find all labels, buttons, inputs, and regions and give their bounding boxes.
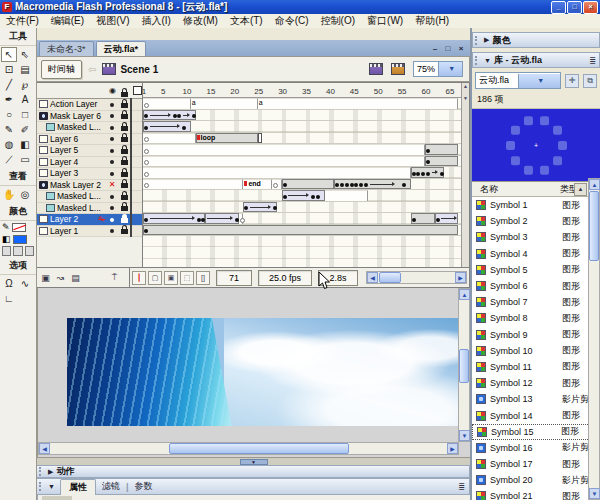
doc-restore-button[interactable]: □ xyxy=(443,44,453,53)
snap-magnet-option[interactable]: Ω xyxy=(1,276,17,291)
scroll-right-arrow-icon[interactable]: ▶ xyxy=(455,272,466,283)
chevron-down-icon[interactable]: ▼ xyxy=(484,57,491,64)
frame-span[interactable] xyxy=(325,190,368,201)
layer-row-mask-layer-6[interactable]: Mask Layer 6 xyxy=(37,111,142,123)
scrollbar-thumb[interactable] xyxy=(459,349,469,383)
pencil-tool[interactable]: ✎ xyxy=(1,122,17,137)
menu-item-4[interactable]: 修改(M) xyxy=(177,14,224,28)
menu-item-3[interactable]: 插入(I) xyxy=(135,14,176,28)
layer-outline-toggle[interactable] xyxy=(130,111,142,121)
layer-lock-toggle[interactable] xyxy=(118,214,130,224)
menu-item-5[interactable]: 文本(T) xyxy=(224,14,269,28)
smooth-option[interactable]: ∿ xyxy=(17,276,33,291)
frame-span[interactable] xyxy=(282,179,335,190)
properties-panel-header[interactable]: ▼ 属性 滤镜 | 参数 ≣ xyxy=(37,478,470,495)
layer-outline-toggle[interactable] xyxy=(130,134,142,144)
chevron-right-icon[interactable]: ▶ xyxy=(484,36,489,44)
library-item-symbol-10[interactable]: Symbol 10图形 xyxy=(472,343,590,359)
modify-onion-markers-button[interactable]: [] xyxy=(196,271,210,285)
selection-tool[interactable]: ↖ xyxy=(1,47,17,62)
library-panel-header[interactable]: ▼ 库 - 云动.fla ≣ xyxy=(472,52,600,68)
fill-color-swatch[interactable] xyxy=(13,235,27,244)
library-item-symbol-2[interactable]: Symbol 2图形 xyxy=(472,213,590,229)
chevron-right-icon[interactable]: ▶ xyxy=(48,468,53,476)
layer-row-masked-l-[interactable]: Masked L... xyxy=(37,203,142,215)
hand-tool[interactable]: ✋ xyxy=(1,187,17,202)
frame-span[interactable] xyxy=(143,133,196,144)
library-item-symbol-6[interactable]: Symbol 6图形 xyxy=(472,278,590,294)
show-hide-column-icon[interactable]: ◉ xyxy=(109,86,116,95)
layer-visibility-toggle[interactable]: ✕ xyxy=(106,180,118,189)
layer-visibility-toggle[interactable] xyxy=(106,111,118,120)
text-tool[interactable]: A xyxy=(17,92,33,107)
menu-item-6[interactable]: 命令(C) xyxy=(269,14,315,28)
insert-layer-button[interactable]: ▣ xyxy=(39,271,52,284)
layer-visibility-toggle[interactable] xyxy=(106,157,118,166)
timeline-toggle-button[interactable]: 时间轴 xyxy=(41,60,82,79)
edit-scene-icon[interactable] xyxy=(369,63,383,75)
chevron-down-icon[interactable]: ▼ xyxy=(48,483,55,490)
menu-item-9[interactable]: 帮助(H) xyxy=(409,14,455,28)
delete-layer-trash-button[interactable]: ⍑ xyxy=(108,271,121,284)
library-item-symbol-8[interactable]: Symbol 8图形 xyxy=(472,310,590,326)
actions-panel-header[interactable]: ▶ 动作 xyxy=(37,465,470,478)
swap-colors-button[interactable] xyxy=(25,246,34,256)
scroll-down-arrow-icon[interactable]: ▼ xyxy=(459,430,470,441)
library-item-symbol-20[interactable]: Symbol 20影片剪辑 xyxy=(472,472,590,488)
tab-filters[interactable]: 滤镜 xyxy=(96,480,126,493)
frame-span[interactable] xyxy=(143,179,243,190)
doc-minimize-button[interactable]: – xyxy=(430,44,440,53)
onion-skin-outlines-button[interactable]: ▣ xyxy=(164,271,178,285)
stroke-color-swatch[interactable] xyxy=(12,223,26,232)
line-tool[interactable]: ╱ xyxy=(1,77,17,92)
center-frame-button[interactable]: ┃ xyxy=(132,271,146,285)
layer-outline-toggle[interactable] xyxy=(130,191,142,201)
menu-item-8[interactable]: 窗口(W) xyxy=(361,14,409,28)
frame-span[interactable] xyxy=(263,133,459,144)
frame-span[interactable] xyxy=(411,179,459,190)
no-color-button[interactable] xyxy=(13,246,22,256)
black-white-button[interactable] xyxy=(2,246,11,256)
tab-yundong-fla[interactable]: 云动.fla* xyxy=(96,41,147,56)
scroll-down-arrow-icon[interactable]: ▼ xyxy=(589,488,600,499)
layer-outline-toggle[interactable] xyxy=(130,122,142,132)
paint-bucket-tool[interactable]: ◧ xyxy=(17,137,33,152)
library-item-symbol-9[interactable]: Symbol 9图形 xyxy=(472,327,590,343)
rectangle-tool[interactable]: □ xyxy=(17,107,33,122)
layer-row-action-layer[interactable]: Action Layer xyxy=(37,99,142,111)
stage-vertical-scrollbar[interactable]: ▲ ▼ xyxy=(458,288,470,442)
panel-menu-icon[interactable]: ≣ xyxy=(458,482,465,491)
frame-span[interactable] xyxy=(277,202,459,213)
eraser-tool[interactable]: ▭ xyxy=(17,152,33,167)
timeline-ruler[interactable]: 15101520253035404550556065 xyxy=(143,83,462,98)
layer-lock-toggle[interactable] xyxy=(118,191,130,201)
outline-column-icon[interactable] xyxy=(133,86,142,95)
ink-bottle-tool[interactable]: ◍ xyxy=(1,137,17,152)
subselection-tool[interactable]: ⇖ xyxy=(17,47,33,62)
new-library-panel-icon[interactable]: ⧉ xyxy=(583,74,597,88)
restore-button[interactable]: □ xyxy=(567,1,582,14)
add-motion-guide-button[interactable]: ↝ xyxy=(54,271,67,284)
scroll-up-arrow-icon[interactable]: ▲ xyxy=(589,179,600,190)
layer-outline-toggle[interactable] xyxy=(130,214,142,224)
lock-column-icon[interactable] xyxy=(121,90,128,99)
brush-tool[interactable]: ✐ xyxy=(17,122,33,137)
insert-layer-folder-button[interactable]: ▤ xyxy=(69,271,82,284)
stage-banner-image[interactable] xyxy=(67,318,459,426)
layer-row-mask-layer-2[interactable]: Mask Layer 2✕ xyxy=(37,180,142,192)
library-item-symbol-4[interactable]: Symbol 4图形 xyxy=(472,246,590,262)
frame-span[interactable] xyxy=(143,190,282,201)
zoom-level-combobox[interactable]: 75%▼ xyxy=(413,61,463,77)
layer-lock-toggle[interactable] xyxy=(118,226,130,236)
menu-item-0[interactable]: 文件(F) xyxy=(0,14,45,28)
layer-visibility-toggle[interactable] xyxy=(106,169,118,178)
frame-rate-field[interactable]: 25.0 fps xyxy=(258,270,312,286)
frame-span[interactable] xyxy=(143,225,458,236)
straighten-option[interactable]: ∟ xyxy=(1,291,17,306)
lasso-tool[interactable]: ℘ xyxy=(17,77,33,92)
scrollbar-thumb[interactable] xyxy=(169,443,349,454)
timeline-horizontal-scrollbar[interactable]: ◀ ▶ xyxy=(366,271,467,284)
layer-outline-toggle[interactable] xyxy=(130,99,142,109)
layer-lock-toggle[interactable] xyxy=(118,203,130,213)
scroll-up-arrow-icon[interactable]: ▲ xyxy=(459,289,470,300)
